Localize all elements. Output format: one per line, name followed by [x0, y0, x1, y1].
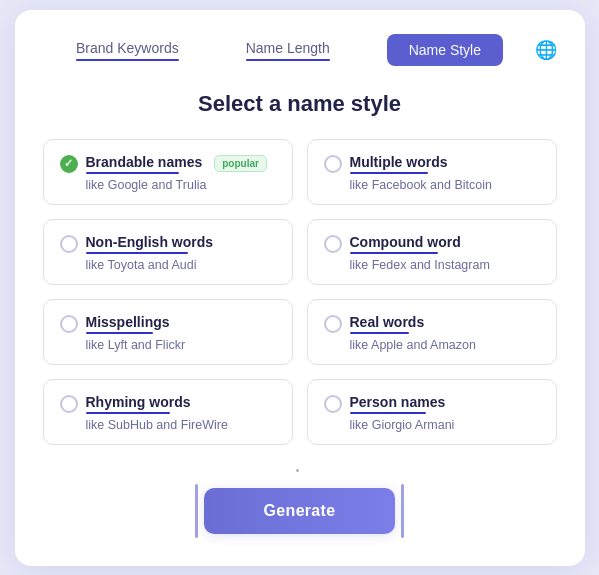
option-brandable[interactable]: Brandable names popular like Google and …: [43, 139, 293, 205]
option-real-words-desc: like Apple and Amazon: [350, 338, 540, 352]
option-person-names[interactable]: Person names like Giorgio Armani: [307, 379, 557, 445]
radio-rhyming: [60, 395, 78, 413]
option-multiple-words[interactable]: Multiple words like Facebook and Bitcoin: [307, 139, 557, 205]
option-person-names-label: Person names: [350, 394, 446, 414]
option-multiple-words-header: Multiple words: [324, 154, 540, 174]
radio-misspellings: [60, 315, 78, 333]
option-compound-desc: like Fedex and Instagram: [350, 258, 540, 272]
option-non-english-header: Non-English words: [60, 234, 276, 254]
radio-non-english: [60, 235, 78, 253]
option-brandable-desc: like Google and Trulia: [86, 178, 276, 192]
option-non-english[interactable]: Non-English words like Toyota and Audi: [43, 219, 293, 285]
option-compound-header: Compound word: [324, 234, 540, 254]
option-real-words-header: Real words: [324, 314, 540, 334]
tab-bar-left: Brand Keywords Name Length Name Style: [43, 34, 527, 67]
tab-bar: Brand Keywords Name Length Name Style 🌐: [43, 34, 557, 67]
option-misspellings-desc: like Lyft and Flickr: [86, 338, 276, 352]
generate-button[interactable]: Generate: [204, 488, 396, 534]
option-non-english-desc: like Toyota and Audi: [86, 258, 276, 272]
radio-real-words: [324, 315, 342, 333]
radio-brandable: [60, 155, 78, 173]
option-misspellings-label: Misspellings: [86, 314, 170, 334]
option-brandable-label: Brandable names: [86, 154, 203, 174]
dots-decoration: •: [43, 465, 557, 476]
tab-name-length[interactable]: Name Length: [236, 34, 340, 67]
globe-icon[interactable]: 🌐: [535, 39, 557, 61]
radio-compound: [324, 235, 342, 253]
page-title: Select a name style: [43, 91, 557, 117]
radio-person-names: [324, 395, 342, 413]
option-non-english-label: Non-English words: [86, 234, 214, 254]
option-rhyming[interactable]: Rhyming words like SubHub and FireWire: [43, 379, 293, 445]
options-grid: Brandable names popular like Google and …: [43, 139, 557, 445]
option-person-names-desc: like Giorgio Armani: [350, 418, 540, 432]
tab-brand-keywords[interactable]: Brand Keywords: [66, 34, 189, 67]
option-real-words[interactable]: Real words like Apple and Amazon: [307, 299, 557, 365]
popular-badge: popular: [214, 155, 267, 172]
modal-container: Brand Keywords Name Length Name Style 🌐 …: [15, 10, 585, 566]
option-compound[interactable]: Compound word like Fedex and Instagram: [307, 219, 557, 285]
bracket-left: [195, 484, 198, 538]
option-multiple-words-desc: like Facebook and Bitcoin: [350, 178, 540, 192]
option-rhyming-desc: like SubHub and FireWire: [86, 418, 276, 432]
option-misspellings[interactable]: Misspellings like Lyft and Flickr: [43, 299, 293, 365]
option-multiple-words-label: Multiple words: [350, 154, 448, 174]
radio-multiple-words: [324, 155, 342, 173]
option-real-words-label: Real words: [350, 314, 425, 334]
option-compound-label: Compound word: [350, 234, 461, 254]
bracket-right: [401, 484, 404, 538]
tab-name-style[interactable]: Name Style: [387, 34, 503, 66]
generate-area: Generate: [43, 484, 557, 538]
option-misspellings-header: Misspellings: [60, 314, 276, 334]
option-rhyming-label: Rhyming words: [86, 394, 191, 414]
option-brandable-header: Brandable names popular: [60, 154, 276, 174]
option-rhyming-header: Rhyming words: [60, 394, 276, 414]
option-person-names-header: Person names: [324, 394, 540, 414]
